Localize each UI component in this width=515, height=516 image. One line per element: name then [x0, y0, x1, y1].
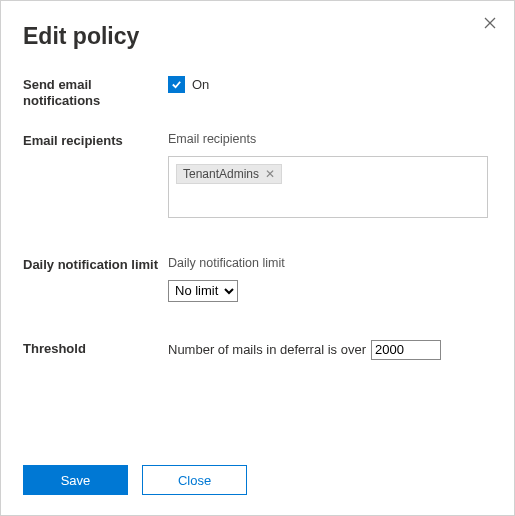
daily-limit-select[interactable]: No limit	[168, 280, 238, 302]
threshold-text: Number of mails in deferral is over	[168, 342, 366, 357]
recipients-field-label: Email recipients	[168, 132, 492, 146]
row-recipients: Email recipients Email recipients Tenant…	[23, 132, 492, 218]
send-email-checkbox[interactable]	[168, 76, 185, 93]
close-icon[interactable]	[480, 13, 500, 33]
recipients-input[interactable]: TenantAdmins ✕	[168, 156, 488, 218]
label-send-email: Send email notifications	[23, 76, 168, 110]
recipient-chip-label: TenantAdmins	[183, 167, 259, 181]
row-send-email: Send email notifications On	[23, 76, 492, 110]
send-email-checkbox-label: On	[192, 77, 209, 92]
save-button[interactable]: Save	[23, 465, 128, 495]
page-title: Edit policy	[23, 23, 492, 50]
close-button[interactable]: Close	[142, 465, 247, 495]
remove-chip-icon[interactable]: ✕	[263, 167, 277, 181]
row-daily-limit: Daily notification limit Daily notificat…	[23, 256, 492, 302]
daily-limit-field-label: Daily notification limit	[168, 256, 492, 270]
label-recipients: Email recipients	[23, 132, 168, 149]
footer: Save Close	[23, 465, 247, 495]
label-threshold: Threshold	[23, 340, 168, 357]
label-daily-limit: Daily notification limit	[23, 256, 168, 273]
row-threshold: Threshold Number of mails in deferral is…	[23, 340, 492, 360]
threshold-input[interactable]	[371, 340, 441, 360]
recipient-chip: TenantAdmins ✕	[176, 164, 282, 184]
